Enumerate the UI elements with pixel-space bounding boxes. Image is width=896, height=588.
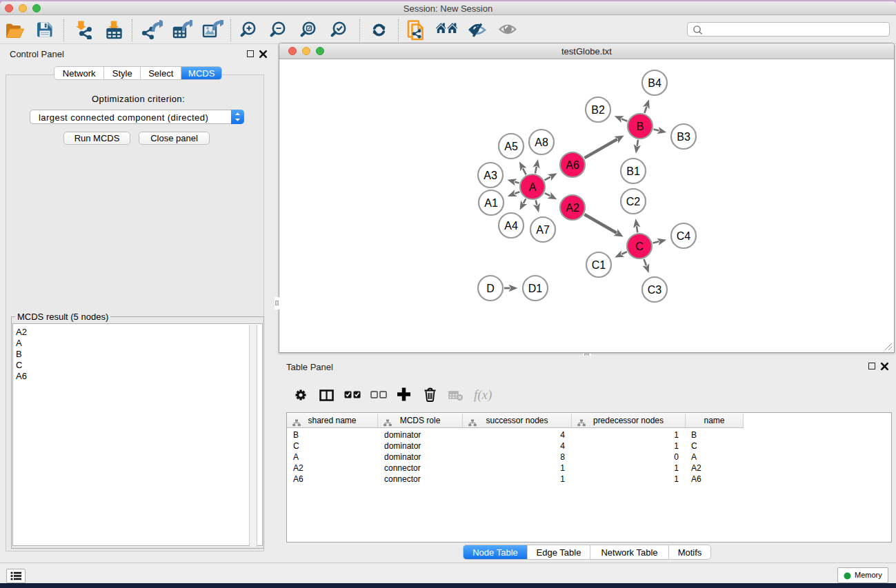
svg-text:B3: B3 (677, 131, 690, 143)
svg-text:B2: B2 (591, 104, 605, 116)
svg-text:A5: A5 (504, 141, 518, 152)
svg-text:A6: A6 (566, 159, 579, 171)
svg-text:B: B (637, 121, 644, 132)
svg-text:D: D (486, 283, 495, 294)
svg-text:A2: A2 (566, 202, 579, 214)
svg-text:A1: A1 (484, 197, 498, 209)
svg-text:C1: C1 (592, 259, 606, 271)
svg-text:A8: A8 (535, 136, 548, 148)
svg-text:C: C (635, 241, 644, 252)
svg-text:C3: C3 (648, 284, 662, 296)
svg-text:A3: A3 (484, 170, 497, 181)
svg-text:C2: C2 (626, 196, 641, 207)
svg-text:B4: B4 (648, 77, 661, 89)
svg-text:A: A (529, 181, 537, 193)
svg-text:C4: C4 (677, 230, 691, 242)
svg-text:A4: A4 (504, 220, 518, 232)
svg-text:D1: D1 (528, 283, 543, 294)
svg-text:A7: A7 (536, 224, 550, 236)
svg-text:B1: B1 (626, 165, 640, 177)
